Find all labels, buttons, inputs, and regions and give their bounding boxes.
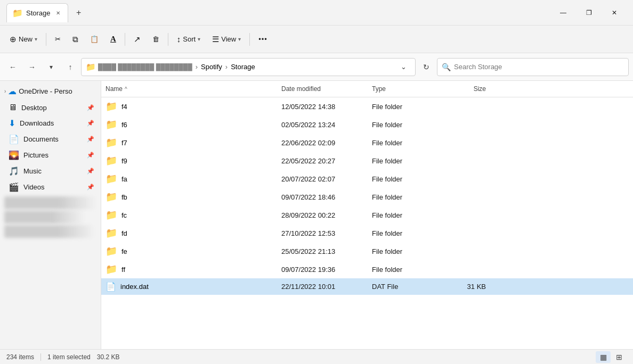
file-name-cell: 📁 fe	[101, 243, 277, 259]
large-view-button[interactable]: ⊞	[612, 351, 627, 363]
rename-button[interactable]: A	[105, 29, 121, 49]
file-type-cell: File folder	[368, 245, 437, 258]
sidebar-item-videos[interactable]: 🎬 Videos 📌	[2, 179, 99, 195]
cut-button[interactable]: ✂	[50, 29, 66, 49]
folder-icon: 📁	[106, 209, 117, 221]
folder-icon: 📁	[106, 227, 117, 239]
col-header-name[interactable]: Name ^	[101, 83, 277, 95]
file-name-cell: 📁 f7	[101, 135, 277, 151]
address-root: ████ ████████ ████████	[98, 63, 192, 71]
delete-button[interactable]: 🗑	[147, 29, 165, 49]
sort-icon: ↕	[177, 35, 181, 44]
copy-button[interactable]: ⧉	[67, 29, 84, 49]
address-sep-2: ›	[225, 63, 228, 71]
storage-tab[interactable]: 📁 Storage ✕	[6, 3, 68, 22]
file-type-cell: File folder	[368, 191, 437, 203]
col-header-size[interactable]: Size	[437, 83, 490, 95]
search-input[interactable]	[454, 63, 624, 71]
table-row[interactable]: 📁 f4 12/05/2022 14:38 File folder	[101, 97, 633, 115]
folder-icon: 📁	[106, 155, 117, 167]
file-date-cell: 22/06/2022 02:09	[277, 137, 368, 149]
tab-close-button[interactable]: ✕	[54, 9, 62, 17]
table-row[interactable]: 📁 fe 25/05/2022 21:13 File folder	[101, 242, 633, 260]
desktop-label: Desktop	[21, 104, 83, 112]
table-row[interactable]: 📁 fd 27/10/2022 12:53 File folder	[101, 224, 633, 242]
minimize-button[interactable]: —	[551, 4, 575, 21]
recent-button[interactable]: ▾	[43, 59, 60, 76]
file-name-label: fd	[121, 229, 127, 237]
sidebar-item-documents[interactable]: 📄 Documents 📌	[2, 131, 99, 147]
new-button[interactable]: ⊕ New ▾	[4, 29, 43, 49]
file-name-cell: 📁 ff	[101, 261, 277, 277]
file-type-cell: File folder	[368, 209, 437, 221]
maximize-button[interactable]: ❐	[577, 4, 601, 21]
address-storage: Storage	[231, 63, 255, 71]
file-type-cell: File folder	[368, 263, 437, 276]
folder-icon: 📁	[106, 263, 117, 275]
file-name-label: ff	[121, 266, 125, 274]
file-size-cell	[437, 231, 490, 235]
toolbar-separator-1	[46, 33, 46, 46]
refresh-icon: ↻	[423, 63, 429, 71]
paste-button[interactable]: 📋	[85, 29, 104, 49]
table-row[interactable]: 📄 index.dat 22/11/2022 10:01 DAT File 31…	[101, 278, 633, 295]
sidebar-item-downloads[interactable]: ⬇ Downloads 📌	[2, 115, 99, 131]
tab-folder-icon: 📁	[12, 8, 23, 18]
table-row[interactable]: 📁 f7 22/06/2022 02:09 File folder	[101, 134, 633, 152]
table-row[interactable]: 📁 ff 09/07/2022 19:36 File folder	[101, 260, 633, 278]
sort-chevron-icon: ▾	[198, 36, 200, 42]
col-header-date[interactable]: Date modified	[277, 83, 368, 95]
address-dropdown-icon[interactable]: ⌄	[396, 60, 411, 75]
view-chevron-icon: ▾	[238, 36, 241, 42]
cut-icon: ✂	[55, 35, 61, 43]
details-view-icon: ▦	[600, 353, 607, 361]
file-size-cell	[437, 140, 490, 145]
sidebar-item-pictures[interactable]: 🌄 Pictures 📌	[2, 147, 99, 163]
file-date-cell: 22/05/2022 20:27	[277, 155, 368, 167]
file-type-cell: File folder	[368, 137, 437, 149]
file-size-cell	[437, 195, 490, 199]
file-date-cell: 09/07/2022 18:46	[277, 191, 368, 203]
details-view-button[interactable]: ▦	[596, 351, 611, 363]
file-type-cell: File folder	[368, 119, 437, 131]
file-size-cell	[437, 267, 490, 271]
onedrive-group-header[interactable]: › ☁ OneDrive - Perso	[0, 83, 101, 100]
view-button[interactable]: ☰ View ▾	[207, 29, 246, 49]
search-icon: 🔍	[442, 63, 451, 71]
new-tab-button[interactable]: +	[70, 4, 87, 21]
music-label: Music	[23, 167, 83, 175]
sort-button[interactable]: ↕ Sort ▾	[172, 29, 206, 49]
back-button[interactable]: ←	[4, 59, 21, 76]
selected-size: 30.2 KB	[97, 353, 120, 361]
table-row[interactable]: 📁 fa 20/07/2022 02:07 File folder	[101, 170, 633, 188]
col-header-type[interactable]: Type	[368, 83, 437, 95]
file-name-label: f6	[121, 121, 127, 129]
table-row[interactable]: 📁 f6 02/05/2022 13:24 File folder	[101, 115, 633, 134]
sort-label: Sort	[183, 35, 196, 43]
up-button[interactable]: ↑	[62, 59, 79, 76]
table-row[interactable]: 📁 f9 22/05/2022 20:27 File folder	[101, 152, 633, 170]
table-row[interactable]: 📁 fc 28/09/2022 00:22 File folder	[101, 206, 633, 224]
folder-icon: 📁	[106, 173, 117, 185]
file-area: Name ^ Date modified Type Size 📁 f4 12/0…	[101, 81, 633, 349]
address-bar[interactable]: 📁 ████ ████████ ████████ › Spotify › Sto…	[81, 58, 416, 76]
refresh-button[interactable]: ↻	[418, 59, 435, 76]
file-size-cell	[437, 159, 490, 163]
more-button[interactable]: •••	[253, 29, 273, 49]
share-button[interactable]: ↗	[128, 29, 146, 49]
folder-icon: 📁	[106, 245, 117, 257]
sidebar-blurred-1	[4, 196, 96, 209]
table-row[interactable]: 📁 fb 09/07/2022 18:46 File folder	[101, 188, 633, 206]
file-type-cell: File folder	[368, 101, 437, 113]
file-date-cell: 02/05/2022 13:24	[277, 119, 368, 131]
sidebar-item-desktop[interactable]: 🖥 Desktop 📌	[2, 100, 99, 115]
file-name-label: fc	[121, 211, 127, 219]
large-view-icon: ⊞	[616, 353, 622, 361]
view-icon: ☰	[212, 35, 219, 44]
forward-button[interactable]: →	[23, 59, 40, 76]
sidebar-item-music[interactable]: 🎵 Music 📌	[2, 163, 99, 179]
file-header: Name ^ Date modified Type Size	[101, 81, 633, 97]
title-bar: 📁 Storage ✕ + — ❐ ✕	[0, 0, 633, 26]
close-button[interactable]: ✕	[602, 4, 627, 21]
new-label: New	[19, 35, 33, 43]
